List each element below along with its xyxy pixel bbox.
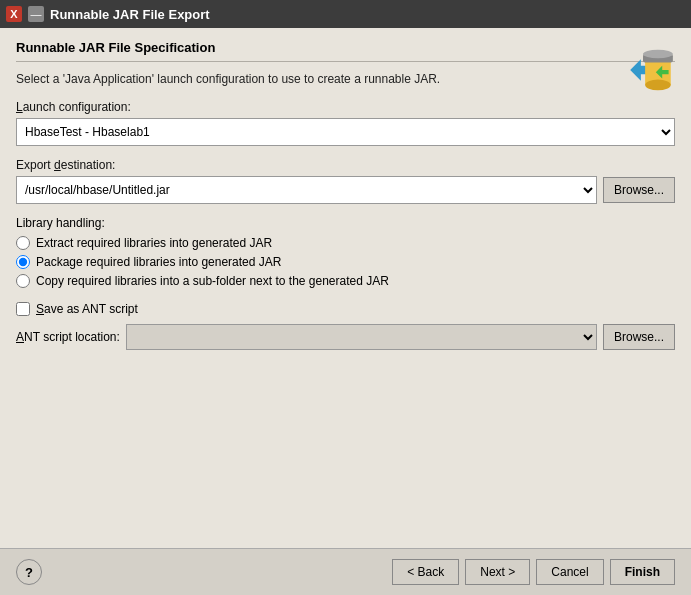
section-description: Select a 'Java Application' launch confi…	[16, 72, 675, 86]
close-button[interactable]: X	[6, 6, 22, 22]
launch-config-label: Launch configuration:	[16, 100, 675, 114]
export-dest-select[interactable]: /usr/local/hbase/Untitled.jar	[16, 176, 597, 204]
section-title: Runnable JAR File Specification	[16, 40, 675, 55]
radio-package-input[interactable]	[16, 255, 30, 269]
button-bar: ? < Back Next > Cancel Finish	[0, 548, 691, 595]
finish-button[interactable]: Finish	[610, 559, 675, 585]
svg-point-5	[643, 50, 673, 59]
minimize-button[interactable]: —	[28, 6, 44, 22]
jar-icon	[611, 38, 675, 102]
radio-copy[interactable]: Copy required libraries into a sub-folde…	[16, 274, 675, 288]
ant-script-select[interactable]	[126, 324, 597, 350]
dialog: Runnable JAR File Specification Select a…	[0, 28, 691, 595]
save-as-ant-checkbox[interactable]	[16, 302, 30, 316]
next-button[interactable]: Next >	[465, 559, 530, 585]
export-dest-browse-button[interactable]: Browse...	[603, 177, 675, 203]
radio-package[interactable]: Package required libraries into generate…	[16, 255, 675, 269]
back-button[interactable]: < Back	[392, 559, 459, 585]
radio-copy-label: Copy required libraries into a sub-folde…	[36, 274, 389, 288]
cancel-button[interactable]: Cancel	[536, 559, 603, 585]
launch-config-select[interactable]: HbaseTest - Hbaselab1	[16, 118, 675, 146]
radio-extract-input[interactable]	[16, 236, 30, 250]
ant-script-row: ANT script location: Browse...	[16, 324, 675, 350]
ant-script-browse-button[interactable]: Browse...	[603, 324, 675, 350]
radio-package-label: Package required libraries into generate…	[36, 255, 281, 269]
help-button[interactable]: ?	[16, 559, 42, 585]
titlebar: X — Runnable JAR File Export	[0, 0, 691, 28]
library-handling-radio-group: Extract required libraries into generate…	[16, 236, 675, 288]
radio-copy-input[interactable]	[16, 274, 30, 288]
export-dest-row: /usr/local/hbase/Untitled.jar Browse...	[16, 176, 675, 204]
radio-extract-label: Extract required libraries into generate…	[36, 236, 272, 250]
ant-script-label: ANT script location:	[16, 330, 120, 344]
save-as-ant-row[interactable]: Save as ANT script	[16, 302, 675, 316]
library-handling-label: Library handling:	[16, 216, 675, 230]
dialog-content: Runnable JAR File Specification Select a…	[0, 28, 691, 548]
radio-extract[interactable]: Extract required libraries into generate…	[16, 236, 675, 250]
save-as-ant-label: Save as ANT script	[36, 302, 138, 316]
export-dest-label: Export destination:	[16, 158, 675, 172]
section-divider	[16, 61, 675, 62]
window-title: Runnable JAR File Export	[50, 7, 685, 22]
svg-point-3	[645, 80, 671, 91]
